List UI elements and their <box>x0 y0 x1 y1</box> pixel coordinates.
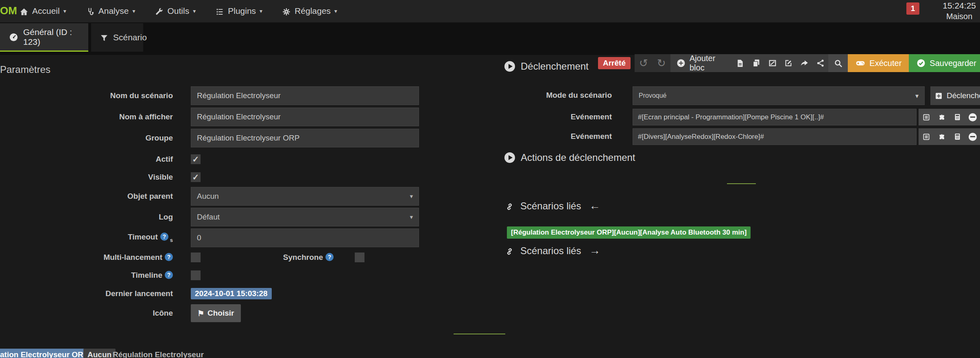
menu-reglages[interactable]: Réglages ▾ <box>282 6 337 16</box>
multi-launch-label: Multi-lancement? <box>0 253 173 262</box>
chevron-down-icon: ▾ <box>915 92 919 100</box>
log-label: Log <box>0 213 173 222</box>
remove-event-button[interactable] <box>965 109 980 125</box>
chevron-down-icon: ▾ <box>410 213 413 221</box>
home-icon <box>20 6 28 16</box>
menu-label: Réglages <box>295 6 331 16</box>
app-logo[interactable]: OM <box>0 4 17 17</box>
top-navbar: OM Accueil ▾ Analyse ▾ Outils ▾ Plugins … <box>0 0 980 22</box>
tab-strip: Général (ID : 123) Scénario Arrêté ↺ ↻ A… <box>0 22 980 55</box>
event-row: Evénement <box>504 128 980 145</box>
multi-launch-checkbox[interactable]: ✓ <box>191 253 201 262</box>
tab-label: Général (ID : 123) <box>23 27 79 47</box>
event-input[interactable] <box>633 109 917 125</box>
group-input[interactable] <box>191 129 419 147</box>
visible-checkbox[interactable]: ✓ <box>191 172 201 182</box>
menu-label: Accueil <box>32 6 60 16</box>
synchronous-checkbox[interactable]: ✓ <box>355 253 364 262</box>
minus-circle-icon <box>969 133 977 141</box>
choose-icon-button[interactable]: ⚑ Choisir <box>191 304 241 322</box>
play-circle-icon <box>504 152 515 163</box>
parameters-panel: Paramètres Nom du scénario Nom à affiche… <box>0 55 456 340</box>
parameters-title: Paramètres <box>0 64 50 75</box>
plus-square-icon <box>934 91 943 100</box>
puzzle-button[interactable] <box>934 109 949 125</box>
flag-icon: ⚑ <box>197 309 204 318</box>
icon-label: Icône <box>0 309 173 318</box>
menu-outils[interactable]: Outils ▾ <box>155 6 196 16</box>
trigger-section-title: Déclenchement <box>521 61 589 72</box>
trigger-actions-header: Actions de déclenchement <box>504 152 635 163</box>
field-log: Log Défaut ▾ <box>0 208 456 226</box>
help-icon[interactable]: ? <box>165 271 173 279</box>
menu-label: Outils <box>167 6 189 16</box>
stethoscope-icon <box>86 6 95 16</box>
field-timeout: Timeout?s <box>0 228 456 247</box>
mode-label: Mode du scénario <box>504 91 612 100</box>
field-last-launch: Dernier lancement 2024-10-01 15:03:28 <box>0 288 456 300</box>
field-display-name: Nom à afficher <box>0 108 456 126</box>
mode-select-value: Provoqué <box>639 92 667 99</box>
menu-plugins[interactable]: Plugins ▾ <box>215 6 262 16</box>
tab-general[interactable]: Général (ID : 123) <box>0 23 88 52</box>
remove-event-button[interactable] <box>965 128 980 145</box>
active-checkbox[interactable]: ✓ <box>191 154 201 164</box>
calculator-button[interactable] <box>949 128 965 145</box>
play-circle-icon <box>504 61 515 72</box>
trigger-section-header: Déclenchement <box>504 61 589 72</box>
tab-scenario[interactable]: Scénario <box>91 23 143 52</box>
help-icon[interactable]: ? <box>325 253 334 261</box>
name-input[interactable] <box>191 86 419 105</box>
menu-analyse[interactable]: Analyse ▾ <box>86 6 135 16</box>
help-icon[interactable]: ? <box>160 233 168 241</box>
field-active: Actif ✓ <box>0 154 456 165</box>
choose-icon-label: Choisir <box>207 309 234 318</box>
mode-select[interactable]: Provoqué ▾ <box>633 86 925 105</box>
jeedom-scenario-page: OM Accueil ▾ Analyse ▾ Outils ▾ Plugins … <box>0 0 980 358</box>
help-icon[interactable]: ? <box>165 253 173 261</box>
footer-group-badge[interactable]: ation Electrolyseur ORP <box>0 349 93 358</box>
tab-label: Scénario <box>113 33 147 42</box>
calculator-button[interactable] <box>949 109 965 125</box>
timeout-input[interactable] <box>191 228 419 247</box>
list-select-button[interactable] <box>919 109 934 125</box>
menu-label: Analyse <box>98 6 129 16</box>
display-name-label: Nom à afficher <box>0 112 173 121</box>
list-select-button[interactable] <box>919 128 934 145</box>
minus-circle-icon <box>969 113 977 121</box>
display-name-input[interactable] <box>191 108 419 126</box>
timeline-label: Timeline? <box>0 271 173 280</box>
notification-badge[interactable]: 1 <box>906 2 919 15</box>
puzzle-button[interactable] <box>934 128 949 145</box>
linked-scenario-badge[interactable]: [Régulation Electrolyseur ORP][Aucun][An… <box>507 226 751 239</box>
visible-label: Visible <box>0 173 173 182</box>
divider <box>727 183 756 184</box>
arrow-right-icon: → <box>589 244 600 257</box>
footer-scenario-name[interactable]: Régulation Electrolyseur <box>113 350 204 358</box>
field-group: Groupe <box>0 129 456 147</box>
main-menu: Accueil ▾ Analyse ▾ Outils ▾ Plugins ▾ R… <box>20 0 337 22</box>
chevron-down-icon: ▾ <box>334 8 337 14</box>
arrow-left-icon: ← <box>589 200 600 212</box>
event-tools <box>919 109 980 125</box>
event-input[interactable] <box>633 128 917 145</box>
menu-label: Plugins <box>228 6 256 16</box>
parent-select-value: Aucun <box>197 192 219 201</box>
log-select[interactable]: Défaut ▾ <box>191 208 419 226</box>
chevron-down-icon: ▾ <box>132 8 135 14</box>
chevron-down-icon: ▾ <box>260 8 262 14</box>
divider <box>454 334 505 334</box>
active-label: Actif <box>0 155 173 164</box>
add-trigger-button[interactable]: Déclencheur <box>930 86 980 105</box>
gauge-icon <box>9 32 18 42</box>
footer-object-badge[interactable]: Aucun <box>83 349 116 358</box>
parent-select[interactable]: Aucun ▾ <box>191 187 419 206</box>
menu-accueil[interactable]: Accueil ▾ <box>20 6 66 16</box>
timeline-checkbox[interactable]: ✓ <box>191 270 201 280</box>
current-object[interactable]: Maison <box>943 12 976 21</box>
synchronous-label: Synchrone? <box>244 253 334 262</box>
name-label: Nom du scénario <box>0 91 173 100</box>
wrench-icon <box>155 6 164 16</box>
field-icon: Icône ⚑ Choisir <box>0 304 456 322</box>
group-label: Groupe <box>0 134 173 143</box>
